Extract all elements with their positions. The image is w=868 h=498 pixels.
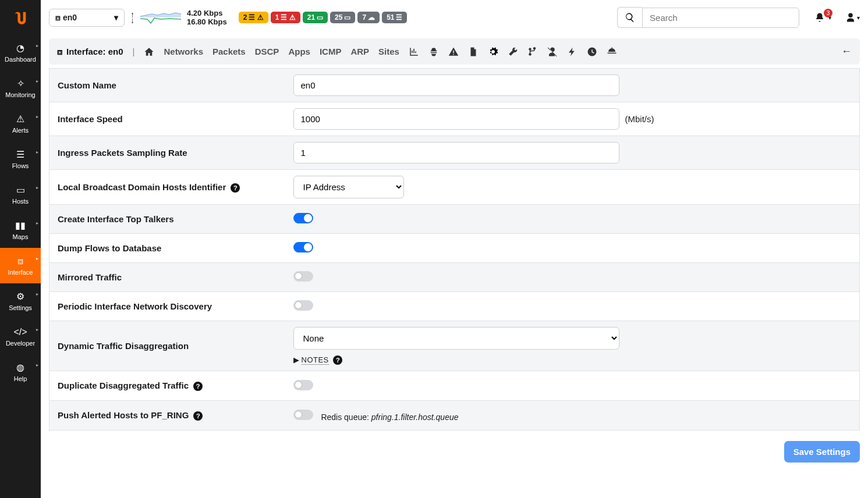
search-button[interactable]: [617, 7, 642, 28]
gear-icon: ⚙: [16, 291, 24, 302]
dup-disagg-toggle[interactable]: [293, 380, 313, 390]
notes-toggle[interactable]: ▶NOTES ?: [293, 355, 852, 365]
custom-name-label: Custom Name: [49, 69, 285, 102]
ethernet-icon: ⧈: [55, 13, 61, 23]
interface-selector[interactable]: ⧈ en0 ▾: [49, 9, 125, 27]
custom-name-input[interactable]: [293, 74, 619, 96]
engineer-icon[interactable]: [428, 46, 439, 57]
help-icon: ◍: [16, 362, 24, 373]
tab-sites[interactable]: Sites: [378, 47, 399, 56]
interface-subbar: ⧈ Interface: en0 | Networks Packets DSCP…: [49, 38, 860, 65]
nav-help[interactable]: ▸◍Help: [0, 354, 41, 390]
disagg-select[interactable]: None: [293, 327, 619, 350]
chevron-down-icon: ▾: [857, 15, 860, 21]
flows-icon: ☰: [16, 149, 24, 160]
topbar: ⧈ en0 ▾ ↑↓ 4.20 Kbps 16.80 Kbps 2 ☰ ⚠ 1 …: [41, 0, 868, 35]
nav-settings[interactable]: ▸⚙Settings: [0, 283, 41, 319]
nav-flows[interactable]: ▸☰Flows: [0, 141, 41, 177]
speed-input[interactable]: [293, 108, 619, 130]
sampling-input[interactable]: [293, 142, 619, 163]
top-talkers-toggle[interactable]: [293, 213, 313, 223]
discovery-label: Periodic Interface Network Discovery: [49, 292, 285, 321]
settings-table: Custom Name Interface Speed (Mbit/s) Ing…: [49, 68, 860, 431]
tab-packets[interactable]: Packets: [212, 47, 246, 56]
cloche-icon[interactable]: [607, 46, 617, 57]
ethernet-icon: ⧈: [17, 256, 23, 266]
help-icon: ?: [333, 355, 342, 365]
pfring-toggle[interactable]: [293, 410, 313, 420]
tab-apps[interactable]: Apps: [288, 47, 310, 56]
tab-dscp[interactable]: DSCP: [255, 47, 279, 56]
chevron-down-icon: ▾: [114, 13, 118, 22]
laptop-icon: ▭: [16, 184, 25, 195]
badge-warn-major[interactable]: 1 ☰ ⚠: [271, 12, 300, 23]
tab-icmp[interactable]: ICMP: [320, 47, 342, 56]
dump-flows-label: Dump Flows to Database: [49, 234, 285, 263]
ethernet-icon: ⧈: [57, 47, 63, 57]
person-off-icon[interactable]: [547, 46, 558, 57]
help-icon[interactable]: ?: [193, 411, 203, 421]
dup-disagg-label: Duplicate Disaggregated Traffic ?: [49, 371, 285, 401]
tab-networks[interactable]: Networks: [164, 47, 203, 56]
hosts-id-select[interactable]: IP Address: [293, 176, 404, 198]
disagg-label: Dynamic Traffic Disaggregation: [49, 321, 285, 371]
mirrored-label: Mirrored Traffic: [49, 263, 285, 292]
warning-icon: ⚠: [16, 113, 24, 124]
badge-hosts-active[interactable]: 21 ▭: [303, 12, 328, 23]
bolt-icon[interactable]: [567, 46, 578, 57]
sampling-label: Ingress Packets Sampling Rate: [49, 136, 285, 170]
warning-icon[interactable]: [448, 46, 459, 57]
branch-icon[interactable]: [527, 46, 538, 57]
mirrored-toggle[interactable]: [293, 271, 313, 282]
user-icon: [845, 12, 856, 23]
map-icon: ▮▮: [15, 220, 26, 231]
top-talkers-label: Create Interface Top Talkers: [49, 205, 285, 234]
status-badges: 2 ☰ ⚠ 1 ☰ ⚠ 21 ▭ 25 ▭ 7 ☁ 51 ☰: [239, 12, 408, 23]
nav-interface[interactable]: ▸⧈Interface: [0, 248, 41, 283]
speed-label: Interface Speed: [49, 102, 285, 136]
hosts-id-label: Local Broadcast Domain Hosts Identifier …: [49, 170, 285, 205]
search-icon: [625, 12, 635, 23]
help-icon[interactable]: ?: [231, 183, 240, 193]
save-settings-button[interactable]: Save Settings: [784, 441, 860, 463]
nav-hosts[interactable]: ▸▭Hosts: [0, 177, 41, 212]
search-input[interactable]: [642, 8, 799, 28]
gear-icon[interactable]: [488, 46, 498, 57]
tab-arp[interactable]: ARP: [350, 47, 369, 56]
code-icon: </>: [13, 327, 27, 337]
redis-queue-text: Redis queue: pfring.1.filter.host.queue: [321, 412, 458, 422]
logo[interactable]: [0, 0, 41, 35]
badge-hosts[interactable]: 25 ▭: [330, 12, 355, 23]
nav-developer[interactable]: ▸</>Developer: [0, 319, 41, 354]
wrench-icon[interactable]: [508, 46, 518, 57]
home-icon[interactable]: [144, 46, 154, 57]
traffic-rates: 4.20 Kbps 16.80 Kbps: [187, 9, 227, 26]
nav-monitoring[interactable]: ▸✧Monitoring: [0, 70, 41, 106]
notifications-button[interactable]: 3 ▾: [814, 12, 831, 23]
discovery-toggle[interactable]: [293, 300, 313, 311]
traffic-arrows: ↑↓: [130, 12, 134, 23]
pfring-label: Push Alerted Hosts to PF_RING ?: [49, 401, 285, 431]
back-button[interactable]: ←: [841, 45, 852, 58]
chart-icon[interactable]: [409, 46, 419, 57]
badge-cloud[interactable]: 7 ☁: [357, 12, 380, 23]
badge-list[interactable]: 51 ☰: [382, 12, 407, 23]
sidebar: ▸◔Dashboard ▸✧Monitoring ▸⚠Alerts ▸☰Flow…: [0, 0, 41, 473]
user-menu[interactable]: ▾: [845, 12, 860, 23]
nav-maps[interactable]: ▸▮▮Maps: [0, 212, 41, 248]
traffic-sparkline: [140, 9, 181, 26]
file-icon[interactable]: [468, 46, 479, 57]
gauge-icon: ◔: [16, 42, 24, 54]
clock-icon[interactable]: [587, 46, 597, 57]
nav-alerts[interactable]: ▸⚠Alerts: [0, 106, 41, 141]
badge-warn-minor[interactable]: 2 ☰ ⚠: [239, 12, 268, 23]
satellite-icon: ✧: [17, 78, 24, 89]
help-icon[interactable]: ?: [193, 382, 203, 391]
dump-flows-toggle[interactable]: [293, 242, 313, 252]
nav-dashboard[interactable]: ▸◔Dashboard: [0, 35, 41, 70]
